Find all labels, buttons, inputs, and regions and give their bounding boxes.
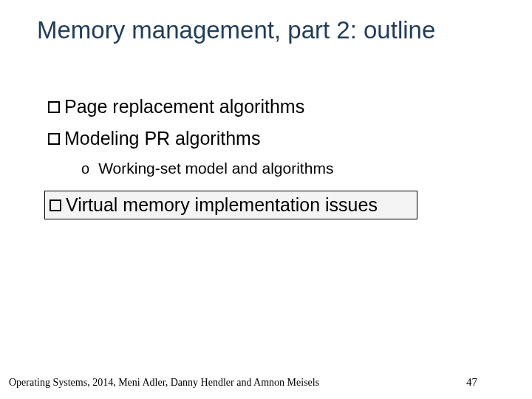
sub-bullet-item: o Working-set model and algorithms — [81, 160, 502, 177]
square-bullet-icon — [50, 200, 61, 211]
bullet-label: Modeling PR algorithms — [64, 128, 260, 149]
footer-credits: Operating Systems, 2014, Meni Adler, Dan… — [9, 377, 319, 389]
bullet-item: Page replacement algorithms — [48, 96, 502, 117]
bullet-label: Page replacement algorithms — [64, 96, 304, 117]
square-bullet-icon — [48, 101, 60, 113]
page-number: 47 — [466, 376, 477, 389]
slide-footer: Operating Systems, 2014, Meni Adler, Dan… — [9, 376, 523, 389]
slide-title: Memory management, part 2: outline — [37, 16, 502, 44]
square-bullet-icon — [48, 133, 60, 145]
bullet-label: Virtual memory implementation issues — [66, 194, 378, 216]
sub-bullet-label: Working-set model and algorithms — [98, 160, 333, 177]
highlighted-bullet-item: Virtual memory implementation issues — [44, 191, 417, 219]
bullet-item: Modeling PR algorithms — [48, 128, 502, 149]
circle-bullet-icon: o — [81, 160, 89, 177]
slide: Memory management, part 2: outline Page … — [0, 0, 532, 399]
